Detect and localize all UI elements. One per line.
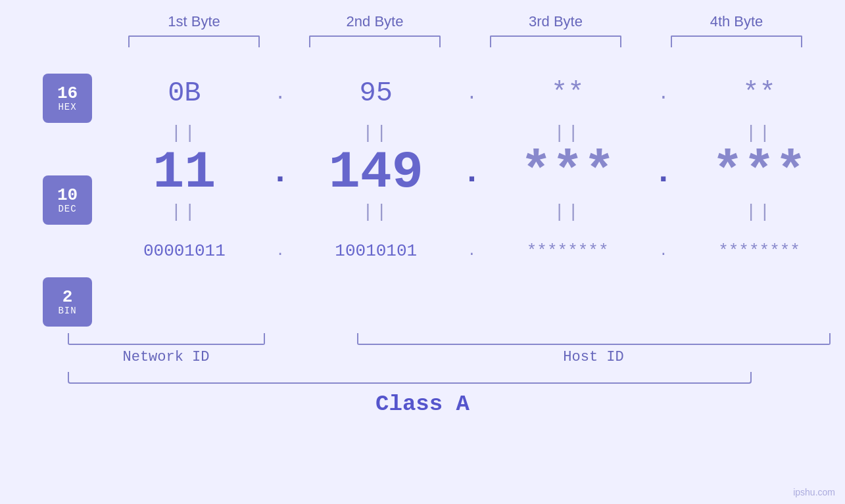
host-id-label: Host ID [357, 349, 831, 365]
segment-labels: Network ID Host ID [68, 349, 831, 365]
bin-b4: ******** [687, 241, 832, 261]
badges-column: 16 HEX 10 DEC 2 BIN [28, 67, 107, 327]
class-label: Class A [375, 392, 470, 417]
hex-values-row: 0B . 95 . ** . ** [107, 67, 837, 120]
dec-b4: *** [687, 143, 832, 202]
bin-b1: 00001011 [112, 241, 256, 261]
eq1-b2: || [304, 123, 448, 143]
dec-values-row: 11 . 149 . *** . *** [107, 146, 837, 198]
dec-b3: *** [495, 143, 640, 202]
bin-b3: ******** [495, 241, 640, 261]
bin-values-row: 00001011 . 10010101 . ******** . *******… [107, 225, 837, 277]
eq1-b4: || [687, 123, 832, 143]
label-gap [265, 349, 357, 365]
network-id-label: Network ID [68, 349, 265, 365]
bracket-1 [128, 35, 260, 47]
bottom-area: Network ID Host ID [68, 332, 831, 384]
bracket-3 [490, 35, 621, 47]
byte3-header: 3rd Byte [483, 13, 628, 30]
bin-dot-2: . [458, 243, 485, 260]
hex-b1: 0B [112, 78, 256, 109]
eq2-b1: || [112, 202, 256, 222]
class-bracket [68, 372, 752, 384]
hex-b4: ** [687, 78, 832, 109]
dec-dot-2: . [458, 154, 485, 191]
eq2-b4: || [687, 202, 832, 222]
eq1-b3: || [495, 123, 640, 143]
bin-badge: 2 BIN [43, 277, 92, 327]
bin-dot-3: . [650, 243, 677, 260]
dec-b1: 11 [112, 143, 256, 202]
bin-dot-1: . [267, 243, 293, 260]
eq2-b2: || [304, 202, 448, 222]
bottom-brackets-row [68, 332, 831, 345]
byte2-header: 2nd Byte [302, 13, 447, 30]
dec-b2: 149 [304, 143, 448, 202]
hex-badge: 16 HEX [43, 74, 92, 123]
top-brackets [104, 35, 827, 47]
bin-b2: 10010101 [304, 241, 448, 261]
eq1-b1: || [112, 123, 256, 143]
dec-badge: 10 DEC [43, 175, 92, 225]
bracket-2 [309, 35, 441, 47]
byte1-header: 1st Byte [122, 13, 266, 30]
hex-dot-1: . [267, 83, 293, 104]
hex-dot-2: . [458, 83, 485, 104]
hex-b3: ** [495, 78, 640, 109]
hex-b2: 95 [304, 78, 448, 109]
dec-dot-3: . [650, 154, 677, 191]
equals-row-2: || || || || [107, 198, 837, 225]
bracket-4 [671, 35, 802, 47]
hex-dot-3: . [650, 83, 677, 104]
watermark: ipshu.com [793, 487, 835, 497]
main-content: 16 HEX 10 DEC 2 BIN 0B . 95 . ** . ** [9, 67, 837, 327]
dec-dot-1: . [267, 154, 293, 191]
byte4-header: 4th Byte [664, 13, 809, 30]
eq2-b3: || [495, 202, 640, 222]
main-container: 1st Byte 2nd Byte 3rd Byte 4th Byte 16 H… [0, 0, 845, 504]
headers-row: 1st Byte 2nd Byte 3rd Byte 4th Byte [104, 13, 827, 30]
host-bracket [357, 333, 831, 345]
network-bracket [68, 333, 265, 345]
values-area: 0B . 95 . ** . ** || || || || 11 [107, 67, 837, 327]
